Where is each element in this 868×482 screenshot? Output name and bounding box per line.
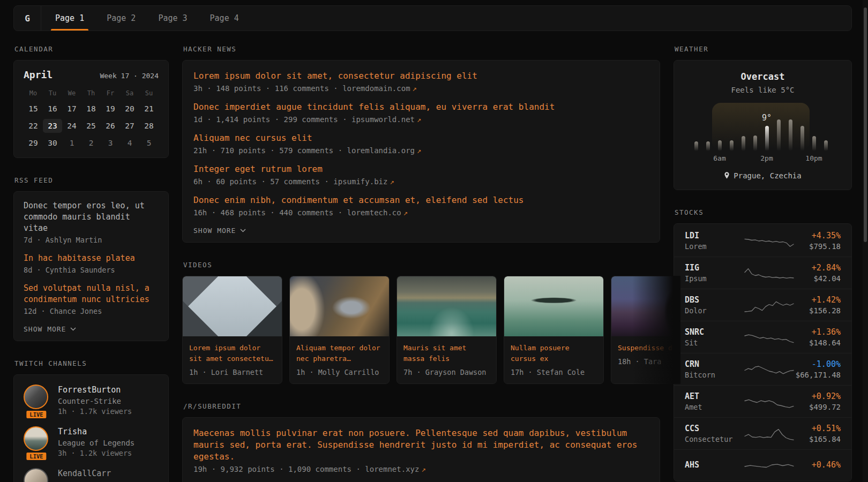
news-item-meta: 1d · 1,414 points · 299 comments · ipsum… [193,115,649,124]
stock-sparkline [744,328,795,347]
calendar-day: 19 [101,102,120,116]
stock-row: CCS Consectetur +0.51% $165.84 [674,417,851,449]
stock-values: +1.36% $148.64 [795,327,841,347]
sparkline-chart [744,393,795,411]
tab-page-1[interactable]: Page 1 [51,6,88,31]
calendar-day: 30 [43,136,62,150]
video-title: Mauris sit amet massa felis [397,336,496,364]
stock-name: Lorem [685,242,744,251]
rss-item-title[interactable]: Donec tempor eros leo, ut commodo mauris… [24,200,159,234]
stock-row: SNRC Sit +1.36% $148.64 [674,321,851,353]
stock-values: -1.00% $66,171.48 [795,359,841,379]
external-link-icon[interactable]: ↗ [413,84,417,93]
video-card[interactable]: Mauris sit amet massa felis 7h · Grayson… [396,276,497,384]
chevron-down-icon [70,327,76,331]
time-tick-label: 2pm [760,154,773,162]
show-more-button[interactable]: SHOW MORE [193,225,649,235]
stock-ticker: CRN [685,359,744,369]
external-link-icon[interactable]: ↗ [403,208,408,217]
news-item-title[interactable]: Donec enim nibh, condimentum et accumsan… [193,194,649,206]
twitch-avatar-wrap [24,468,49,482]
tab-page-3[interactable]: Page 3 [154,6,191,31]
time-tick-label: 10pm [805,154,822,162]
news-item-title[interactable]: Lorem ipsum dolor sit amet, consectetur … [193,70,649,82]
twitch-channel-row[interactable]: KendallCarr [24,468,159,482]
weather-bar [694,141,698,151]
stock-row: AHS +0.46% [674,449,851,480]
app-logo[interactable]: G [14,6,41,31]
video-thumbnail [611,276,680,336]
video-meta: 1h · Molly Carrillo [290,364,389,383]
topbar-divider [41,6,41,31]
stock-change-percent: -1.00% [795,359,841,369]
tab-page-4[interactable]: Page 4 [206,6,243,31]
calendar-day: 2 [81,136,101,150]
calendar-weekday-label: We [62,88,81,99]
weather-bar [824,140,828,151]
sparkline-chart [744,360,795,379]
rss-item-title[interactable]: Sed volutpat nulla nisl, a condimentum n… [24,283,159,305]
scrollbar-thumb[interactable] [864,7,867,242]
news-item-title[interactable]: Maecenas mollis pulvinar erat non posuer… [193,427,649,463]
stock-sparkline [744,232,795,250]
sparkline-chart [744,232,795,250]
calendar-day: 26 [101,119,120,133]
stock-ticker: AET [685,391,744,401]
twitch-avatar-wrap: LIVE [24,385,49,416]
stock-change-percent: +1.42% [795,295,841,305]
news-item: Donec enim nibh, condimentum et accumsan… [193,194,649,217]
stock-price: $499.72 [795,403,841,411]
rss-item-title[interactable]: In hac habitasse platea [24,253,159,264]
stock-price: $795.18 [795,242,841,251]
sparkline-chart [744,264,795,282]
calendar-weekday-label: Th [81,88,101,99]
show-more-label: SHOW MORE [24,325,66,333]
external-link-icon[interactable]: ↗ [390,177,394,186]
weather-bar [718,140,722,151]
video-card[interactable]: Suspendisse diam 18h · Tara [611,276,680,384]
video-title: Suspendisse diam [611,336,680,353]
news-item: Maecenas mollis pulvinar erat non posuer… [193,427,649,473]
tab-page-2[interactable]: Page 2 [102,6,140,31]
news-item-title[interactable]: Aliquam nec cursus elit [193,132,649,144]
stock-id: LDI Lorem [685,231,744,251]
stock-price: $66,171.48 [795,371,841,379]
section-title-subreddit: /R/SUBREDDIT [183,402,660,410]
external-link-icon[interactable]: ↗ [421,465,425,473]
stock-sparkline [744,296,795,314]
news-item-title[interactable]: Integer eget rutrum lorem [193,163,649,175]
stock-values: +0.51% $165.84 [795,424,841,443]
twitch-channel-row[interactable]: LIVE Trisha League of Legends 3h · 1.2k … [24,426,159,457]
twitch-avatar-wrap: LIVE [24,426,49,457]
avatar [24,426,48,451]
rss-feed-widget: Donec tempor eros leo, ut commodo mauris… [13,191,169,341]
stock-change-percent: +0.46% [795,460,841,470]
news-item-title[interactable]: Donec imperdiet augue tincidunt felis al… [193,101,649,113]
external-link-icon[interactable]: ↗ [417,115,421,124]
twitch-channel-row[interactable]: LIVE ForrestBurton Counter-Strike 1h · 1… [24,385,159,416]
video-card[interactable]: Nullam posuere cursus ex 17h · Stefan Co… [504,276,604,384]
rss-item: Sed volutpat nulla nisl, a condimentum n… [24,283,159,315]
live-badge: LIVE [25,451,47,461]
calendar-weekday-label: Fr [101,88,120,99]
show-more-button[interactable]: SHOW MORE [24,324,159,333]
weather-condition: Overcast [685,71,841,82]
stock-values: +2.84% $42.04 [795,263,841,283]
weather-time-axis: 6am2pm10pm [692,154,834,164]
twitch-channel-info: Trisha League of Legends 3h · 1.2k viewe… [58,426,134,457]
video-card[interactable]: Lorem ipsum dolor sit amet consectetu… 1… [182,276,282,384]
section-title-hackernews: HACKER NEWS [183,45,660,53]
rss-item-meta: 8d · Cynthia Saunders [24,266,159,274]
weather-section: WEATHER Overcast Feels like 5°C 9° 6am2p… [674,45,852,190]
weather-bar-current [765,126,769,151]
stock-name: Sit [685,338,744,347]
stock-change-percent: +4.35% [795,231,841,240]
section-title-stocks: STOCKS [675,208,852,216]
video-meta: 18h · Tara [611,353,680,373]
news-item: Lorem ipsum dolor sit amet, consectetur … [193,70,649,93]
external-link-icon[interactable]: ↗ [417,146,421,155]
time-tick-label: 6am [713,154,725,162]
video-card[interactable]: Aliquam tempor dolor nec pharetra… 1h · … [289,276,390,384]
stock-row: AET Amet +0.92% $499.72 [674,385,851,417]
page-tabs: Page 1Page 2Page 3Page 4 [51,6,257,31]
